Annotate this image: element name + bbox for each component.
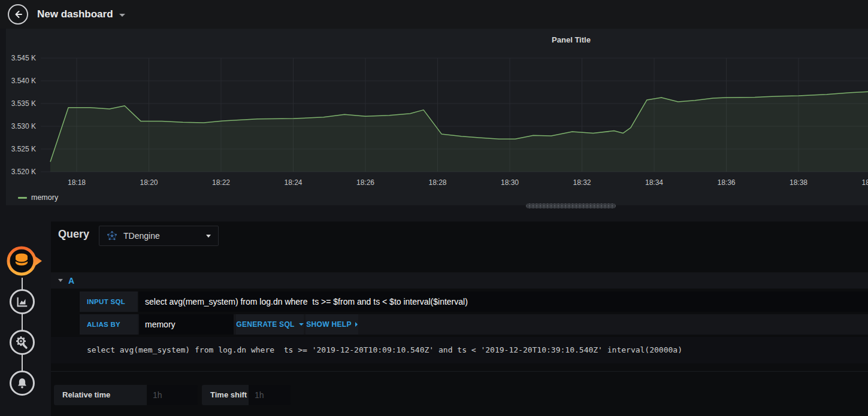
svg-text:3.535 K: 3.535 K [11,99,36,108]
generate-sql-label: GENERATE SQL [236,320,294,329]
graph-panel: 3.545 K3.540 K3.535 K3.530 K3.525 K3.520… [6,29,868,205]
relative-time-input[interactable] [147,385,198,405]
svg-text:18:36: 18:36 [717,178,735,187]
area-chart-icon [16,295,29,308]
database-icon [6,244,43,278]
top-bar: New dashboard [0,0,868,29]
alias-by-row: ALIAS BY GENERATE SQL SHOW HELP [80,314,868,335]
svg-text:3.525 K: 3.525 K [11,145,36,153]
chevron-right-icon [355,322,358,327]
svg-text:18:30: 18:30 [501,178,519,187]
generated-sql-preview: select avg(mem_system) from log.dn where… [51,337,868,363]
series-color-dash [18,197,27,199]
datasource-select[interactable]: TDengine [99,226,219,246]
chevron-down-icon [119,14,125,17]
svg-text:18:20: 18:20 [140,178,158,187]
tab-alert[interactable] [10,371,35,396]
dashboard-title: New dashboard [37,8,113,20]
chevron-down-icon [206,235,211,238]
show-help-label: SHOW HELP [306,320,351,329]
relative-time-label: Relative time [54,385,147,405]
svg-text:18:32: 18:32 [573,178,591,187]
alias-by-field[interactable] [139,314,234,335]
input-sql-field[interactable] [139,291,868,312]
time-shift-label: Time shift [202,385,249,405]
relative-time-group: Relative time [54,385,198,405]
time-series-chart[interactable]: 3.545 K3.540 K3.535 K3.530 K3.525 K3.520… [6,29,868,205]
svg-text:18:22: 18:22 [212,178,230,187]
tab-general-settings[interactable] [10,330,35,355]
section-divider [51,371,868,372]
bell-icon [16,376,29,390]
time-shift-input[interactable] [249,385,291,405]
gear-icon [15,335,29,350]
rail-connector [22,354,23,371]
query-editor: Query TDengine A INPUT SQL [51,221,868,416]
query-ref-id: A [68,276,74,286]
datasource-name: TDengine [123,231,160,241]
rail-connector [22,314,23,330]
tdengine-logo-icon [107,230,117,241]
panel-resize-handle[interactable] [526,204,616,208]
arrow-left-icon [13,9,23,20]
input-sql-label: INPUT SQL [80,291,138,312]
input-sql-row: INPUT SQL [80,291,868,312]
tab-visualization[interactable] [10,289,35,314]
panel-title[interactable]: Panel Title [6,35,868,44]
svg-text:18:40: 18:40 [861,178,868,187]
dashboard-title-dropdown[interactable]: New dashboard [37,0,125,29]
query-row-header[interactable]: A [51,272,868,289]
svg-text:18:18: 18:18 [68,178,86,187]
chevron-down-icon [299,323,304,326]
collapse-caret-icon [58,279,63,282]
svg-text:18:24: 18:24 [284,178,302,187]
svg-text:18:26: 18:26 [356,178,374,187]
svg-text:3.520 K: 3.520 K [11,168,36,176]
svg-text:18:34: 18:34 [645,178,663,187]
grafana-panel-editor: New dashboard 3.545 K3.540 K3.535 K3.530… [0,0,868,416]
svg-text:3.545 K: 3.545 K [11,54,36,62]
tab-queries[interactable] [6,244,43,281]
query-section-label: Query [58,228,89,241]
legend-item-memory[interactable]: memory [18,193,58,202]
alias-by-label: ALIAS BY [80,314,138,335]
generate-sql-button[interactable]: GENERATE SQL [236,314,304,335]
svg-text:3.530 K: 3.530 K [11,122,36,130]
show-help-button[interactable]: SHOW HELP [306,314,358,335]
svg-text:3.540 K: 3.540 K [11,77,36,85]
legend-label: memory [31,193,58,202]
back-button[interactable] [8,4,28,25]
svg-text:18:28: 18:28 [428,178,446,187]
svg-text:18:38: 18:38 [790,178,807,187]
time-shift-group: Time shift [202,385,291,405]
